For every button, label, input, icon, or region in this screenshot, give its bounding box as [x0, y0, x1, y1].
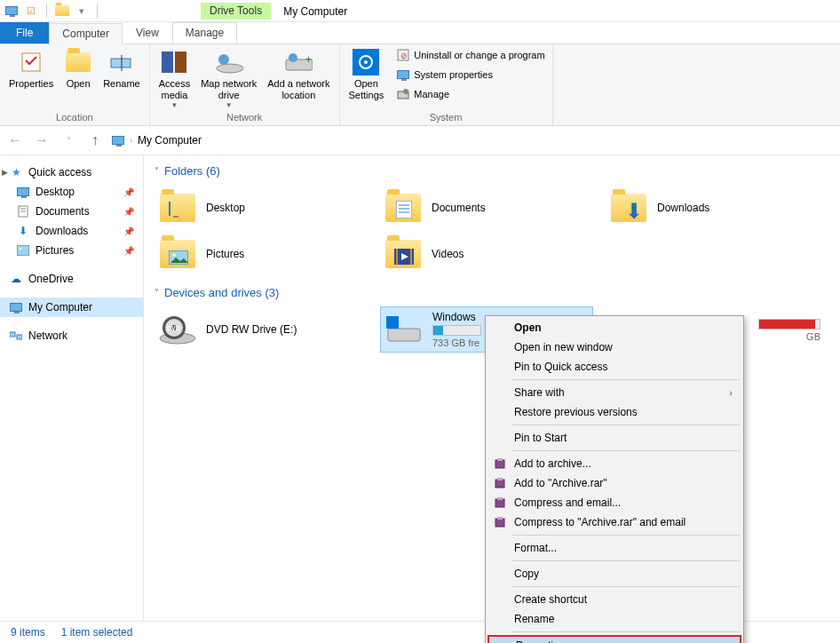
status-selected-count: 1 item selected [61, 626, 133, 639]
chevron-down-icon[interactable]: ˅ [155, 288, 159, 298]
svg-rect-20 [17, 245, 29, 256]
context-tab-drive-tools[interactable]: Drive Tools [201, 3, 271, 20]
ctx-copy[interactable]: Copy [487, 564, 741, 583]
ribbon-add-location-button[interactable]: + Add a network location [262, 46, 335, 103]
svg-text:DVD: DVD [167, 325, 180, 331]
svg-rect-45 [497, 458, 503, 461]
ctx-open[interactable]: Open [487, 318, 741, 337]
folders-section-header[interactable]: ˅ Folders (6) [155, 164, 831, 178]
ribbon-group-network-label: Network [154, 112, 336, 125]
navigation-pane: ▶ ★ Quick access Desktop 📌 Documents 📌 ⬇… [0, 155, 144, 621]
ribbon-properties-button[interactable]: Properties [4, 46, 59, 91]
sidebar-onedrive[interactable]: ☁ OneDrive [0, 269, 143, 289]
svg-point-12 [364, 60, 368, 64]
winrar-icon [493, 476, 507, 490]
ctx-rename[interactable]: Rename [487, 609, 741, 629]
ctx-restore-versions[interactable]: Restore previous versions [487, 402, 741, 422]
tab-manage[interactable]: Manage [172, 22, 237, 44]
nav-forward-button[interactable]: → [32, 131, 52, 150]
new-folder-icon[interactable] [54, 3, 70, 19]
tab-computer[interactable]: Computer [49, 23, 123, 44]
computer-icon[interactable] [4, 3, 20, 19]
ribbon-group-system-label: System [344, 112, 549, 125]
ribbon-map-drive-button[interactable]: Map network drive ▼ [195, 46, 262, 111]
folder-videos[interactable]: Videos [380, 231, 606, 277]
svg-rect-31 [396, 249, 398, 265]
properties-icon[interactable]: ☑ [23, 3, 39, 19]
status-item-count: 9 items [11, 626, 45, 639]
sidebar-network[interactable]: Network [0, 326, 143, 345]
ribbon-open-button[interactable]: Open [59, 46, 98, 91]
tab-file[interactable]: File [0, 22, 49, 44]
media-icon [160, 48, 188, 76]
breadcrumb[interactable]: › My Computer [112, 134, 202, 147]
network-icon [9, 329, 23, 343]
sidebar-pictures[interactable]: Pictures 📌 [0, 241, 143, 260]
devices-section-header[interactable]: ˅ Devices and drives (3) [155, 286, 831, 299]
context-menu: Open Open in new window Pin to Quick acc… [485, 315, 744, 643]
ribbon-open-settings-button[interactable]: Open Settings [344, 46, 390, 103]
ctx-pin-start[interactable]: Pin to Start [487, 428, 741, 448]
ribbon-access-media-button[interactable]: Access media ▼ [154, 46, 195, 111]
desktop-icon [16, 185, 30, 199]
downloads-folder-icon: ⬇ [609, 188, 648, 227]
ctx-properties[interactable]: Properties [487, 635, 741, 643]
pin-icon: 📌 [123, 246, 134, 256]
folder-documents[interactable]: Documents [380, 185, 606, 231]
folder-downloads[interactable]: ⬇ Downloads [606, 185, 831, 231]
navigation-bar: ← → ˅ ↑ › My Computer [0, 126, 840, 155]
ctx-open-new-window[interactable]: Open in new window [487, 337, 741, 357]
sidebar-downloads[interactable]: ⬇ Downloads 📌 [0, 221, 143, 241]
ctx-format[interactable]: Format... [487, 538, 741, 558]
ctx-add-archive-rar[interactable]: Add to "Archive.rar" [487, 473, 741, 493]
nav-back-button[interactable]: ← [5, 131, 25, 150]
folder-desktop[interactable]: Desktop [155, 185, 380, 231]
ribbon-system-properties-button[interactable]: System properties [392, 66, 548, 83]
breadcrumb-location[interactable]: My Computer [138, 134, 202, 147]
sidebar-desktop[interactable]: Desktop 📌 [0, 182, 143, 202]
svg-point-29 [172, 253, 176, 257]
map-drive-icon [215, 48, 243, 76]
ribbon-rename-button[interactable]: Rename [98, 46, 146, 91]
ribbon-group-location-label: Location [4, 112, 146, 125]
ctx-share-with[interactable]: Share with › [487, 383, 741, 402]
pin-icon: 📌 [123, 187, 134, 197]
drive-free-text: 733 GB fre [432, 337, 481, 348]
desktop-folder-icon [158, 188, 197, 227]
nav-up-button[interactable]: ↑ [85, 131, 105, 150]
star-icon: ★ [9, 165, 23, 179]
folder-pictures[interactable]: Pictures [155, 231, 380, 277]
chevron-down-icon[interactable]: ˅ [155, 166, 159, 176]
ctx-add-archive[interactable]: Add to archive... [487, 454, 741, 473]
chevron-right-icon[interactable]: ▶ [2, 168, 8, 177]
svg-text:+: + [305, 53, 312, 66]
ctx-pin-quick-access[interactable]: Pin to Quick access [487, 357, 741, 377]
dropdown-icon[interactable]: ▾ [74, 3, 90, 19]
winrar-icon [493, 496, 507, 510]
open-folder-icon [64, 48, 92, 76]
sidebar-documents[interactable]: Documents 📌 [0, 202, 143, 221]
sidebar-quick-access[interactable]: ▶ ★ Quick access [0, 163, 143, 182]
tab-view[interactable]: View [123, 22, 172, 44]
ctx-compress-rar-email[interactable]: Compress to "Archive.rar" and email [487, 512, 741, 532]
sidebar-my-computer[interactable]: My Computer [0, 298, 143, 317]
svg-rect-43 [392, 322, 398, 328]
ribbon-uninstall-button[interactable]: ⊘ Uninstall or change a program [392, 46, 548, 64]
dvd-drive-icon: DVD [158, 310, 197, 349]
nav-recent-dropdown[interactable]: ˅ [59, 131, 78, 150]
chevron-right-icon: › [729, 387, 733, 398]
svg-rect-47 [497, 478, 503, 480]
svg-point-5 [217, 64, 243, 73]
documents-icon [16, 204, 30, 218]
ctx-create-shortcut[interactable]: Create shortcut [487, 590, 741, 609]
svg-rect-48 [495, 499, 504, 507]
pictures-folder-icon [158, 234, 197, 274]
drive-dvd[interactable]: DVD DVD RW Drive (E:) [155, 306, 380, 353]
system-props-icon [396, 67, 410, 82]
winrar-icon [493, 456, 507, 471]
ctx-compress-email[interactable]: Compress and email... [487, 493, 741, 512]
quick-access-toolbar: ☑ ▾ [0, 3, 105, 19]
svg-rect-49 [497, 497, 503, 500]
ribbon-manage-button[interactable]: Manage [392, 85, 548, 103]
svg-rect-4 [175, 52, 186, 73]
